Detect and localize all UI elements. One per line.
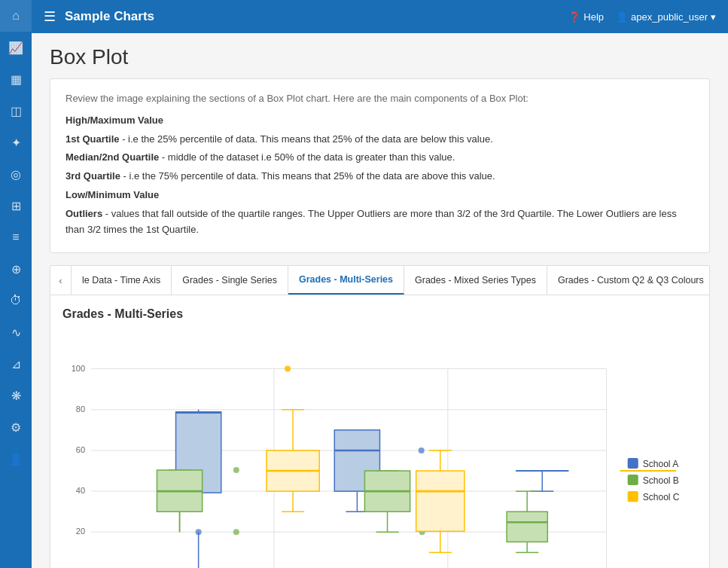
chart-title: Grades - Multi-Series [62,307,697,321]
username-label: apex_public_user [631,11,708,23]
item-outliers-label: Outliers [65,208,102,219]
content-area: Box Plot Review the image explaining the… [32,33,728,568]
hamburger-button[interactable]: ☰ [44,8,56,25]
home-icon[interactable]: ⌂ [0,0,32,32]
tab-custom-q[interactable]: Grades - Custom Q2 & Q3 Colours [547,266,710,295]
info-top-text: Review the image explaining the sections… [65,91,694,107]
svg-text:School C: School C [643,493,680,503]
item-3rd-quartile-label: 3rd Quartile [65,170,120,182]
dropdown-icon: ▾ [711,11,716,23]
settings-icon[interactable]: ⚙ [0,411,32,443]
help-label: Help [583,11,604,23]
bar-chart-icon[interactable]: ▦ [0,63,32,95]
item-median-label: Median/2nd Quartile [65,151,159,163]
tab-mixed-series[interactable]: Grades - Mixed Series Types [404,266,547,295]
svg-text:80: 80 [76,405,85,414]
tab-single-series[interactable]: Grades - Single Series [172,266,288,295]
main-wrapper: ☰ Sample Charts ❓ Help 👤 apex_public_use… [32,0,728,568]
box-physics-school-b [507,491,547,552]
list-item: 1st Quartile - i.e the 25% percentile of… [65,132,694,148]
tab-multi-series[interactable]: Grades - Multi-Series [288,266,404,295]
item-outliers-desc: - values that fall outside of the quarti… [65,208,677,235]
scatter-icon[interactable]: ✦ [0,127,32,158]
gauge-icon[interactable]: ◎ [0,158,32,190]
svg-rect-72 [628,491,638,502]
svg-rect-68 [628,458,638,469]
line-chart-icon[interactable]: ∿ [0,316,32,348]
user-avatar-icon: 👤 [616,11,628,23]
item-median-desc: - middle of the dataset i.e 50% of the d… [159,151,455,163]
item-low-label: Low/Minimum Value [65,189,159,200]
svg-rect-70 [628,475,638,485]
svg-text:60: 60 [76,445,85,454]
box-physics-school-a [516,471,568,491]
area-chart-icon[interactable]: ◫ [0,95,32,127]
tab-time-axis[interactable]: le Data - Time Axis [72,266,172,295]
svg-rect-63 [507,512,547,542]
box-english-school-b [157,467,239,535]
sidebar: ⌂ 📈 ▦ ◫ ✦ ◎ ⊞ ≡ ⊕ ⏱ ∿ ⊿ ❋ ⚙ 👤 [0,0,32,568]
svg-point-30 [233,530,239,536]
svg-text:School A: School A [643,459,679,469]
user-icon[interactable]: 👤 [0,443,32,475]
chart-line-icon[interactable]: 📈 [0,32,32,63]
list-item: Low/Minimum Value [65,188,694,203]
item-1st-quartile-desc: - i.e the 25% percentile of data. This m… [120,133,493,145]
list-icon[interactable]: ≡ [0,221,32,253]
svg-point-23 [196,530,202,536]
sunburst-icon[interactable]: ❋ [0,380,32,411]
legend: School A School B School C [628,458,680,502]
combo-icon[interactable]: ⊿ [0,348,32,380]
info-list: 1st Quartile - i.e the 25% percentile of… [65,132,694,238]
page-title: Box Plot [50,45,710,69]
box-math-school-c [416,450,465,552]
list-item: Outliers - values that fall outside of t… [65,206,694,238]
svg-point-31 [285,366,291,372]
svg-point-29 [233,467,239,473]
chart-container: Grades - Multi-Series 0 20 40 60 80 100 [50,295,710,568]
chart-svg: 0 20 40 60 80 100 [62,330,697,568]
item-3rd-quartile-desc: - i.e the 75% percentile of data. This m… [120,170,495,182]
high-max-title: High/Maximum Value [65,113,694,129]
item-1st-quartile-label: 1st Quartile [65,133,120,145]
svg-point-44 [419,447,425,453]
tab-scroll-left[interactable]: ‹ [50,266,72,295]
svg-text:100: 100 [72,364,85,373]
list-item: 3rd Quartile - i.e the 75% percentile of… [65,169,694,185]
help-button[interactable]: ❓ Help [568,11,604,23]
info-box: Review the image explaining the sections… [50,78,710,253]
chart-area: 0 20 40 60 80 100 [62,330,697,568]
help-circle-icon: ❓ [568,11,580,23]
list-item: Median/2nd Quartile - middle of the data… [65,150,694,166]
svg-text:School B: School B [643,475,679,486]
topnav: ☰ Sample Charts ❓ Help 👤 apex_public_use… [32,0,728,33]
table-icon[interactable]: ⊞ [0,190,32,221]
clock-icon[interactable]: ⏱ [0,285,32,316]
map-icon[interactable]: ⊕ [0,253,32,285]
svg-text:40: 40 [76,487,85,496]
svg-text:20: 20 [76,527,85,536]
topnav-right: ❓ Help 👤 apex_public_user ▾ [568,11,716,23]
svg-rect-54 [416,471,465,531]
tabs-container: ‹ le Data - Time Axis Grades - Single Se… [50,265,710,295]
app-title: Sample Charts [65,9,568,24]
user-menu[interactable]: 👤 apex_public_user ▾ [616,11,716,23]
